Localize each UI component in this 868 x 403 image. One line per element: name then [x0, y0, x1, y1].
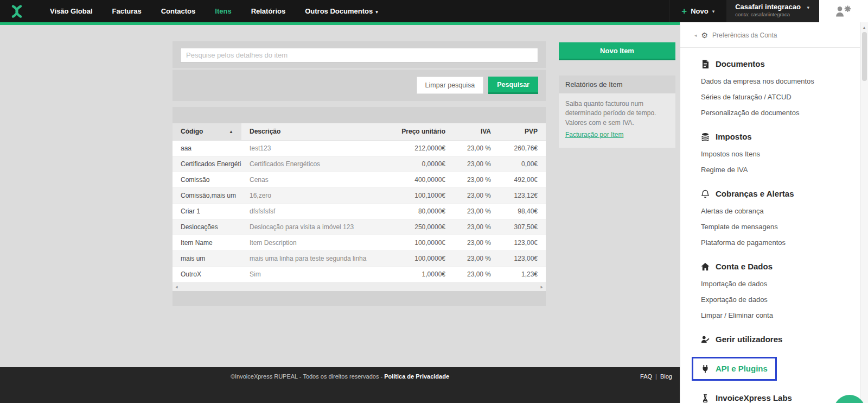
table-cell: 23,00 %	[454, 266, 499, 282]
table-row[interactable]: OutroXSim1,0000€23,00 %1,23€	[173, 266, 546, 282]
table-cell: 23,00 %	[454, 250, 499, 266]
sidebar-link-plataforma-de-pagamentos[interactable]: Plataforma de pagamentos	[701, 238, 857, 247]
faq-link[interactable]: FAQ	[640, 373, 652, 380]
table-row[interactable]: Certificados EnergéticosCertificados Ene…	[173, 156, 546, 172]
sidebar-item-invoicexpress-labs[interactable]: InvoiceXpress Labs	[701, 393, 857, 403]
horizontal-scrollbar[interactable]: ◂ ▸	[173, 282, 546, 291]
table-cell: 1,0000€	[380, 266, 454, 282]
sidebar-item-label: Gerir utilizadores	[716, 334, 782, 345]
item-search-panel: Limpar pesquisa Pesquisar	[173, 41, 546, 101]
table-row[interactable]: ComissãoCenas400,0000€23,00 %492,00€	[173, 172, 546, 187]
table-cell: 123,00€	[499, 235, 546, 250]
privacy-policy-link[interactable]: Política de Privacidade	[384, 373, 449, 380]
sidebar-section-cobran-as-e-alertas: Cobranças e AlertasAlertas de cobrançaTe…	[701, 188, 857, 247]
nav-accent-bar	[0, 22, 680, 25]
column-header-c-digo[interactable]: Código▲	[173, 123, 241, 140]
nav-item-facturas[interactable]: Facturas	[112, 7, 142, 15]
nav-item-outros-documentos[interactable]: Outros Documentos▾	[305, 7, 378, 15]
account-dropdown[interactable]: Casafari integracao ▾ conta: casafariint…	[726, 0, 819, 22]
items-table: Código▲DescriçãoPreço unitárioIVAPVP aaa…	[173, 123, 546, 282]
blog-link[interactable]: Blog	[660, 373, 672, 380]
sidebar-item-gerir-utilizadores[interactable]: Gerir utilizadores	[701, 334, 857, 345]
sidebar-link-importa-o-de-dados[interactable]: Importação de dados	[701, 280, 857, 288]
sidebar-item-label: Impostos	[716, 131, 752, 142]
nav-item-relat-rios[interactable]: Relatórios	[251, 7, 286, 15]
sidebar-link-impostos-nos-itens[interactable]: Impostos nos Itens	[701, 150, 857, 158]
chevron-down-icon: ▾	[807, 5, 809, 10]
sidebar-section-api-e-plugins: API e Plugins	[701, 357, 857, 381]
column-header-descri-o[interactable]: Descrição	[241, 123, 380, 140]
settings-toggle-button[interactable]	[819, 0, 868, 22]
table-cell: 400,0000€	[380, 172, 454, 187]
sidebar-item-conta-e-dados[interactable]: Conta e Dados	[701, 261, 857, 272]
reports-box-text: Saiba quanto facturou num determinado pe…	[565, 100, 656, 127]
table-cell: 80,0000€	[380, 203, 454, 219]
sidebar-item-label: Documentos	[716, 59, 765, 70]
sidebar-link-template-de-mensagens[interactable]: Template de mensagens	[701, 223, 857, 231]
table-cell: mais uma linha para teste segunda linha	[241, 250, 380, 266]
nav-item-vis-o-global[interactable]: Visão Global	[50, 7, 93, 15]
account-preferences-link[interactable]: ◂ ⚙ Preferências da Conta	[680, 22, 868, 39]
scroll-left-icon[interactable]: ◂	[175, 284, 178, 289]
table-cell: 16,zero	[241, 187, 380, 203]
new-item-button[interactable]: Novo Item	[559, 42, 675, 60]
table-cell: Cenas	[241, 172, 380, 187]
account-subtitle: conta: casafariintegraca	[735, 11, 809, 17]
table-cell: test123	[241, 140, 380, 156]
column-header-pre-o-unit-rio[interactable]: Preço unitário	[380, 123, 454, 140]
table-row[interactable]: mais ummais uma linha para teste segunda…	[173, 250, 546, 266]
table-cell: 0,0000€	[380, 156, 454, 172]
sidebar-link-personaliza-o-de-documentos[interactable]: Personalização de documentos	[701, 109, 857, 117]
table-footer-bar	[173, 291, 546, 306]
highlight-box: API e Plugins	[692, 357, 777, 381]
sidebar-link-alertas-de-cobran-a[interactable]: Alertas de cobrança	[701, 207, 857, 215]
table-row[interactable]: Comissão,mais um16,zero100,1000€23,00 %1…	[173, 187, 546, 203]
chevron-down-icon: ▾	[712, 9, 715, 14]
table-cell: Item Description	[241, 235, 380, 250]
search-input[interactable]	[180, 48, 538, 62]
column-header-pvp[interactable]: PVP	[499, 123, 546, 140]
scroll-right-icon[interactable]: ▸	[540, 284, 543, 289]
sidebar-link-dados-da-empresa-nos-documentos[interactable]: Dados da empresa nos documentos	[701, 77, 857, 85]
sidebar-link-s-ries-de-fatura-o-atcud[interactable]: Séries de faturação / ATCUD	[701, 93, 857, 101]
nav-item-itens[interactable]: Itens	[215, 7, 231, 15]
sidebar-item-label: Conta e Dados	[716, 261, 773, 272]
sidebar-link-regime-de-iva[interactable]: Regime de IVA	[701, 166, 857, 174]
table-cell: Certificados Energéticos	[173, 156, 241, 172]
sidebar-item-documentos[interactable]: Documentos	[701, 59, 857, 70]
table-cell: 23,00 %	[454, 156, 499, 172]
table-cell: Sim	[241, 266, 380, 282]
clear-search-button[interactable]: Limpar pesquisa	[417, 77, 484, 94]
table-row[interactable]: Item NameItem Description100,0000€23,00 …	[173, 235, 546, 250]
invoicexpress-logo-icon[interactable]	[10, 4, 24, 18]
bell-icon	[701, 190, 710, 198]
table-cell: 23,00 %	[454, 235, 499, 250]
scrollbar-thumb[interactable]	[862, 32, 867, 81]
sidebar-item-label: InvoiceXpress Labs	[716, 393, 792, 403]
sidebar-link-exporta-o-de-dados[interactable]: Exportação de dados	[701, 295, 857, 304]
table-row[interactable]: aaatest123212,0000€23,00 %260,76€	[173, 140, 546, 156]
invoicing-by-item-link[interactable]: Facturação por Item	[565, 130, 623, 140]
sidebar-item-cobran-as-e-alertas[interactable]: Cobranças e Alertas	[701, 188, 857, 199]
sidebar-item-impostos[interactable]: Impostos	[701, 131, 857, 142]
sidebar-item-api-e-plugins[interactable]: API e Plugins	[701, 363, 768, 374]
table-row[interactable]: DeslocaçõesDeslocação para visita a imóv…	[173, 219, 546, 235]
novo-dropdown-button[interactable]: + Novo ▾	[669, 0, 726, 22]
column-header-iva[interactable]: IVA	[454, 123, 499, 140]
search-button[interactable]: Pesquisar	[488, 77, 538, 94]
page-footer: ©InvoiceXpress RUPEAL - Todos os direito…	[0, 367, 680, 403]
scroll-up-icon[interactable]: ▴	[860, 22, 868, 30]
table-row[interactable]: Criar 1dfsfsfsfsf80,0000€23,00 %98,40€	[173, 203, 546, 219]
sidebar-scrollbar[interactable]: ▴	[860, 22, 868, 403]
table-header-row: Código▲DescriçãoPreço unitárioIVAPVP	[173, 123, 546, 140]
table-cell: 250,0000€	[380, 219, 454, 235]
sidebar-link-limpar-eliminar-conta[interactable]: Limpar / Eliminar conta	[701, 311, 857, 319]
table-cell: 492,00€	[499, 172, 546, 187]
sidebar-section-documentos: DocumentosDados da empresa nos documento…	[701, 59, 857, 117]
table-cell: 23,00 %	[454, 140, 499, 156]
settings-sidebar: ◂ ⚙ Preferências da Conta DocumentosDado…	[680, 22, 868, 403]
nav-item-contactos[interactable]: Contactos	[161, 7, 196, 15]
table-cell: mais um	[173, 250, 241, 266]
table-cell: aaa	[173, 140, 241, 156]
reports-box-title: Relatórios de Item	[559, 75, 675, 93]
